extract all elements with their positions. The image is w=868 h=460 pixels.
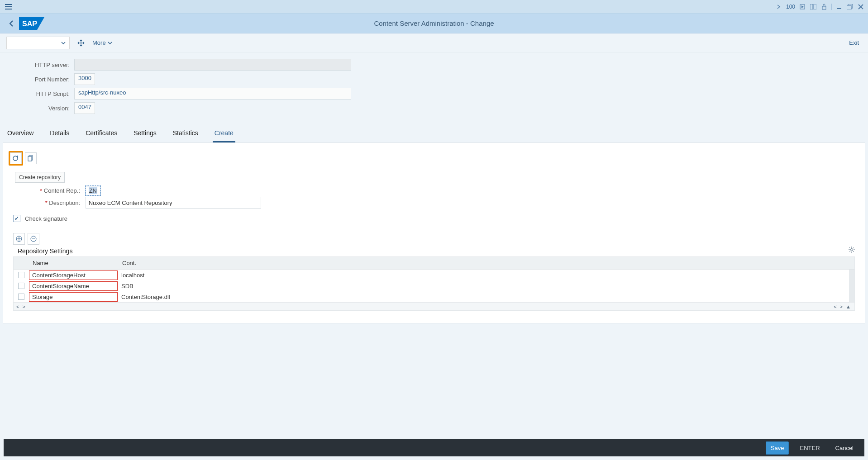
exit-button[interactable]: Exit: [846, 39, 862, 46]
tab-certificates[interactable]: Certificates: [84, 126, 119, 142]
sap-logo: SAP: [19, 17, 44, 30]
cell-cont[interactable]: SDB: [119, 283, 854, 289]
vertical-scrollbar[interactable]: [849, 270, 854, 302]
table-row: Storage ContentStorage.dll: [14, 291, 854, 302]
version-field[interactable]: 0047: [74, 102, 95, 114]
play-icon[interactable]: [799, 3, 806, 10]
cell-cont[interactable]: ContentStorage.dll: [119, 294, 854, 300]
create-new-button[interactable]: [10, 152, 22, 164]
variant-dropdown[interactable]: [6, 37, 70, 49]
layout-icon[interactable]: [810, 3, 817, 10]
svg-rect-6: [847, 5, 851, 9]
table-settings-icon[interactable]: [849, 247, 855, 253]
svg-rect-1: [810, 4, 813, 9]
lock-icon[interactable]: [820, 3, 828, 10]
create-tab-content: Create repository Content Rep.: ZN Descr…: [3, 142, 865, 323]
svg-point-19: [851, 249, 853, 251]
chevron-down-icon: [61, 42, 66, 44]
content-rep-field[interactable]: ZN: [86, 186, 100, 195]
header-bar: SAP Content Server Administration - Chan…: [0, 14, 868, 33]
port-label: Port Number:: [7, 76, 74, 83]
repository-settings-title: Repository Settings: [18, 247, 859, 255]
http-script-field[interactable]: sapHttp/src-nuxeo: [74, 88, 351, 100]
svg-point-11: [13, 156, 18, 161]
content-rep-label: Content Rep.:: [15, 187, 84, 194]
back-button[interactable]: [7, 19, 15, 28]
tab-strip: Overview Details Certificates Settings S…: [3, 122, 865, 142]
window-titlebar: 100: [0, 0, 868, 14]
table-row: ContentStorageHost localhost: [14, 270, 854, 280]
divider: [831, 4, 832, 10]
svg-rect-3: [822, 6, 826, 9]
cell-name[interactable]: Storage: [29, 292, 118, 302]
svg-rect-2: [814, 4, 816, 9]
description-label: Description:: [15, 199, 84, 206]
description-field[interactable]: [86, 197, 261, 209]
repository-settings-table: Name Cont. ContentStorageHost localhost …: [13, 256, 855, 311]
page-title: Content Server Administration - Change: [374, 19, 494, 27]
table-header: Name Cont.: [14, 257, 854, 270]
action-bar: More Exit: [0, 33, 868, 52]
maximize-icon[interactable]: [846, 3, 854, 10]
copy-button[interactable]: [25, 152, 37, 164]
scroll-left-right-icon[interactable]: < >: [16, 304, 26, 309]
http-server-label: HTTP server:: [7, 62, 74, 68]
check-signature-label: Check signature: [25, 215, 67, 222]
create-action-highlight: [9, 151, 23, 166]
hamburger-menu-icon[interactable]: [4, 2, 14, 12]
scroll-arrows-right-icon[interactable]: < > ▲: [834, 304, 852, 309]
http-script-label: HTTP Script:: [7, 90, 74, 97]
row-checkbox[interactable]: [18, 272, 24, 278]
tab-statistics[interactable]: Statistics: [171, 126, 200, 142]
remove-row-button[interactable]: [28, 233, 39, 245]
col-name-header[interactable]: Name: [29, 260, 119, 266]
version-label: Version:: [7, 105, 74, 112]
cell-name[interactable]: ContentStorageName: [29, 281, 118, 291]
http-server-field[interactable]: [74, 59, 351, 71]
cell-cont[interactable]: localhost: [119, 272, 854, 279]
zoom-value: 100: [786, 4, 795, 10]
more-menu[interactable]: More: [92, 39, 112, 46]
row-checkbox[interactable]: [18, 294, 24, 300]
tab-create[interactable]: Create: [213, 126, 235, 142]
table-footer: < > < > ▲: [14, 302, 854, 310]
chevron-right-icon[interactable]: [775, 3, 782, 10]
tab-settings[interactable]: Settings: [132, 126, 158, 142]
create-repository-button[interactable]: Create repository: [15, 172, 65, 183]
col-cont-header[interactable]: Cont.: [119, 260, 854, 266]
tab-overview[interactable]: Overview: [5, 126, 35, 142]
table-row: ContentStorageName SDB: [14, 280, 854, 291]
header-form: HTTP server: Port Number: 3000 HTTP Scri…: [0, 52, 868, 122]
close-icon[interactable]: [857, 3, 864, 10]
more-label: More: [92, 39, 106, 46]
tab-details[interactable]: Details: [48, 126, 71, 142]
port-field[interactable]: 3000: [74, 73, 95, 85]
svg-rect-13: [28, 156, 32, 161]
minimize-icon[interactable]: [835, 3, 843, 10]
row-checkbox[interactable]: [18, 283, 24, 289]
content-rep-value: ZN: [89, 187, 97, 194]
cell-name[interactable]: ContentStorageHost: [29, 270, 118, 280]
svg-text:SAP: SAP: [22, 20, 37, 28]
move-icon[interactable]: [77, 39, 85, 47]
add-row-button[interactable]: [13, 233, 25, 245]
check-signature-checkbox[interactable]: [13, 215, 20, 222]
